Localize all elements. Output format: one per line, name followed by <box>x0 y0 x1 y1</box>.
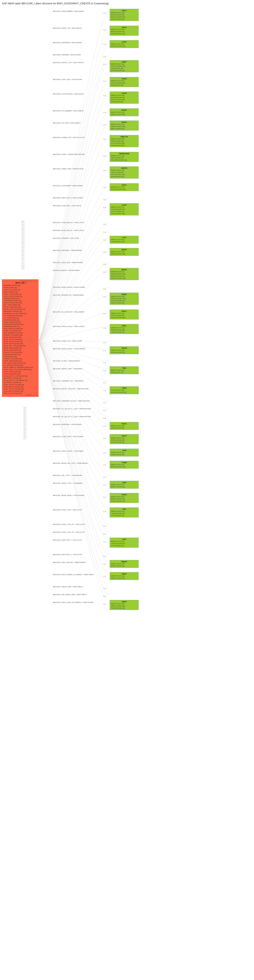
target-table-name: CEPC <box>110 61 138 63</box>
connection-label: /BEV1/SR_I-MATERIAL = MARA-MATNR <box>53 250 82 251</box>
target-field: MANDT [CLNT (3)] <box>110 123 138 126</box>
mid-marker: 0..N <box>103 496 106 498</box>
target-field: BEMOT [CHAR (2)] <box>110 565 138 567</box>
connection-label: /BEV1/SR_I-ENTRY_UOM_ISO = T006I-ISOCODE <box>53 388 89 390</box>
root-small-text-2: 000N0000_N_N_N <box>3 395 37 396</box>
mid-marker: 0..N <box>103 264 106 265</box>
mid-marker: 0..N <box>103 156 106 157</box>
root-field: MOVE_PLANT [CHAR (4)] <box>3 338 37 340</box>
target-field: ISOCODE [CHAR (3)] <box>110 391 138 393</box>
connection-label: /BEV1/SR_I-SPEC_STOCK = T148-SOBKZ <box>53 450 83 452</box>
root-field: STGE_BIN_PC [CHAR (10)] <box>3 386 37 388</box>
root-field: SUB_NUMBER [CHAR (4)] <box>3 332 37 334</box>
mid-marker: 0..N <box>103 342 106 344</box>
page-title: SAP ABAP table /BEV1/SR_I {Item Structur… <box>2 2 252 5</box>
mid-marker: 0..N <box>103 596 106 597</box>
connection-label: /BEV1/SR_I-STGE_BIN = LAGP-LGPLA <box>53 205 81 207</box>
target-field: LGTYP [CHAR (3)] <box>110 514 138 517</box>
connection-label: /BEV1/SR_I-DELIV_ITEM_TO_SEARCH = VBUP-P… <box>53 601 94 603</box>
target-table-box: KNA1MANDT [CLNT (3)]KUNNR [CHAR (10)] <box>110 183 139 191</box>
mid-marker: 0..N <box>103 95 106 96</box>
target-table-name: T006 <box>110 367 138 369</box>
mid-marker: 0..N <box>103 556 106 557</box>
mid-marker: 0..N <box>103 576 106 577</box>
target-field: FINCODE [CHAR (10)] <box>110 159 138 161</box>
mid-marker: 0..N <box>103 170 106 171</box>
connection-label: /BEV1/SR_I-MOVE_TYPE = T156-BWART <box>53 482 83 484</box>
mid-marker: 0..N <box>103 533 106 535</box>
target-table-box: CSKSMANDT [CLNT (3)]KOKRS [CHAR (4)]KOST… <box>110 92 139 104</box>
connection-label: /BEV1/SR_I-ST_UN_QTYY_1_ISO = T006I-ISOC… <box>53 408 91 410</box>
target-table-box: T001LMANDT [CLNT (3)]WERKS [CHAR (4)]LGO… <box>110 324 139 334</box>
root-field: FUNDS_CTR [CHAR (16)] <box>3 358 37 360</box>
target-field: MANDT [CLNT (3)] <box>110 206 138 208</box>
target-field: MANDT [CLNT (3)] <box>110 11 138 14</box>
target-table-box: T149DMANDT [CLNT (3)]BWTAR [CHAR (10)] <box>110 461 139 469</box>
mid-marker: 0..N <box>103 588 106 589</box>
target-field: RSNUM [NUMC (10)] <box>110 298 138 300</box>
target-field: MANDT [CLNT (3)] <box>110 327 138 329</box>
relation-marker: 0:0:10:0:10:0:10:0:10:0:10:0:10:0:10:0:1… <box>24 407 27 440</box>
root-field: ORDERPR_UN [UNIT (3)] <box>3 310 37 312</box>
target-field: EBELP [NUMC (5)] <box>110 127 138 130</box>
root-field: MOVE_STLOC [CHAR (4)] <box>3 340 37 343</box>
mid-marker: 0..N <box>103 382 106 383</box>
target-table-box: FMFCTRMANDT [CLNT (3)]FIKRS [CHAR (4)]FI… <box>110 135 139 147</box>
root-field: MOVE_REAS [NUMC (4)] <box>3 347 37 349</box>
target-table-name: VBUK <box>110 573 138 575</box>
connection-label: /BEV1/SR_I-DELIV_NUMB_TO_SEARCH = VBUK-V… <box>53 574 94 576</box>
target-field: MANDT [CLNT (3)] <box>110 29 138 30</box>
root-field: STGE_TYPE_PC [CHAR (3)] <box>3 383 37 386</box>
connection-label: /BEV1/SR_I-CUSTOMER = KNA1-KUNNR <box>53 185 83 186</box>
target-field: ANLN2 [CHAR (4)] <box>110 18 138 20</box>
target-field: KSTRG [CHAR (12)] <box>110 82 138 84</box>
target-table-name: SKA1 <box>110 310 138 312</box>
root-field: GL_ACCOUNT [CHAR (10)] <box>3 364 37 366</box>
mid-marker: 0..N <box>103 402 106 403</box>
mid-marker: 0..N <box>103 425 106 427</box>
target-table-name: RESB <box>110 293 138 295</box>
connection-label: /BEV1/SR_I-COMP_SHIP = T027C-EVERE <box>53 436 83 438</box>
target-table-name: AUFK <box>110 41 138 43</box>
connection-label: /BEV1/SR_I-RESERV_NO = RESB-RSNUM <box>53 294 84 296</box>
target-table-box: SKA1MANDT [CLNT (3)]KTOPL [CHAR (4)]SAKN… <box>110 310 139 320</box>
target-field: ANLN1 [CHAR (12)] <box>110 16 138 18</box>
root-field: MOVE_TYPE [CHAR (3)] <box>3 293 37 295</box>
target-field: MSEHI [UNIT (3)] <box>110 371 138 373</box>
root-field: VENDOR [CHAR (10)] <box>3 298 37 299</box>
target-table-name: T027C <box>110 435 138 437</box>
root-table-name: _BEV1_SR_I <box>3 282 37 284</box>
mid-marker: 0..N <box>103 350 106 351</box>
target-table-name: T307 <box>110 538 138 540</box>
target-field: GRUND [NUMC (4)] <box>110 500 138 502</box>
connection-label: /BEV1/SR_I-ORDERPR_UN = T006-MSEHI <box>53 380 84 382</box>
target-field: LETYP [CHAR (3)] <box>110 545 138 547</box>
target-field: MANDT [CLNT (3)] <box>110 239 138 241</box>
connection-label: /BEV1/SR_I-SUB_NUMBER = ANLA-ANLN2 <box>53 10 84 12</box>
target-field: DATBI [DATS (8)] <box>110 67 138 69</box>
target-table-box: T148MANDT [CLNT (3)]SOBKZ [CHAR (1)] <box>110 449 139 457</box>
target-field: MANDT [CLNT (3)] <box>110 138 138 140</box>
root-field: PO_ITEM [NUMC (5)] <box>3 317 37 319</box>
target-table-name: T006I <box>110 387 138 389</box>
target-field: DATBI [DATS (8)] <box>110 101 138 103</box>
connection-label: /BEV1/SR_I-ASSET_NO = ANLH-ANLN1 <box>53 27 82 29</box>
target-table-box: EKKOMANDT [CLNT (3)]EBELN [CHAR (10)] <box>110 108 139 116</box>
target-field: MANDT [CLNT (3)] <box>110 603 138 605</box>
connection-label: /BEV1/SR_I-COSTCENTER = CSKS-KOSTL <box>53 93 84 95</box>
mid-marker: 0..N <box>103 362 106 363</box>
target-field: EBELN [CHAR (10)] <box>110 126 138 127</box>
root-field: BATCH [CHAR (10)] <box>3 291 37 293</box>
target-field: MANDT [CLNT (3)] <box>110 437 138 439</box>
connection-label: /BEV1/SR_I-COST_OBJ = CKPH-KSTRG <box>53 79 82 80</box>
target-table-name: CKPH <box>110 78 138 80</box>
root-field: MOVE_VAL_TYPE [CHAR (10)] <box>3 345 37 347</box>
connection-label: /BEV1/SR_I-PO_NUMBER = EKKO-EBELN <box>53 110 83 112</box>
target-field: FIKRS [CHAR (4)] <box>110 157 138 159</box>
target-field: MANDT [CLNT (3)] <box>110 154 138 157</box>
root-field: MATERIAL [CHAR (18)] <box>3 285 37 286</box>
root-field: PART_ACCT [CHAR (10)] <box>3 392 37 395</box>
mid-marker: 0..N <box>103 64 106 65</box>
target-table-name: MARA <box>110 249 138 251</box>
target-table-name: T001W <box>110 347 138 349</box>
